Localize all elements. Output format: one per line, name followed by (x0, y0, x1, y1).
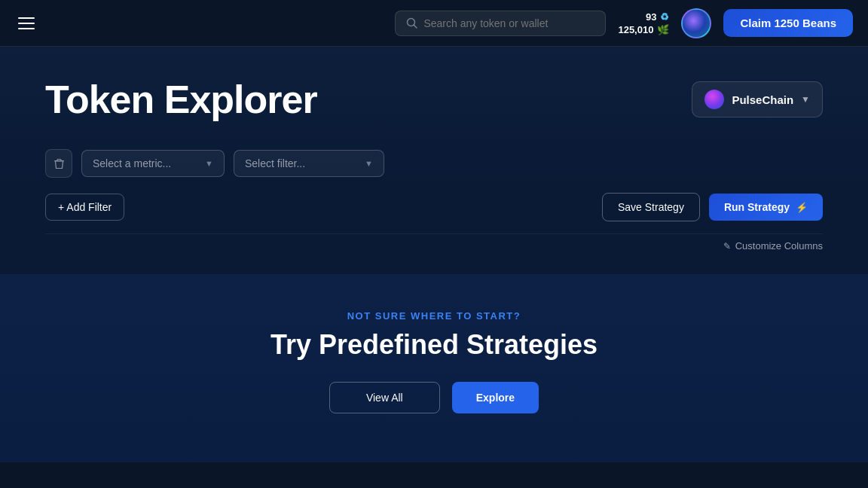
bottom-section: NOT SURE WHERE TO START? Try Predefined … (0, 274, 868, 462)
predefined-buttons: View All Explore (329, 382, 539, 413)
chain-selector-left: PulseChain (704, 90, 793, 109)
header-left (15, 14, 38, 32)
search-icon (406, 17, 417, 29)
run-strategy-button[interactable]: Run Strategy ⚡ (709, 194, 823, 221)
stat-count-row: 93 ♻ (646, 11, 669, 23)
claim-beans-button[interactable]: Claim 1250 Beans (723, 9, 853, 37)
explore-button[interactable]: Explore (452, 382, 539, 413)
svg-line-1 (414, 26, 417, 29)
svg-rect-2 (54, 160, 64, 162)
avatar[interactable] (681, 8, 711, 38)
add-filter-button[interactable]: + Add Filter (45, 194, 124, 221)
action-row: + Add Filter Save Strategy Run Strategy … (45, 193, 823, 221)
chain-logo-icon (704, 90, 724, 109)
view-all-button[interactable]: View All (329, 382, 440, 413)
customize-columns-button[interactable]: ✎ Customize Columns (723, 240, 823, 252)
stat-count: 93 (646, 11, 656, 23)
stats-area: 93 ♻ 125,010 🌿 (618, 11, 669, 35)
chain-name-label: PulseChain (732, 93, 793, 106)
page-title: Token Explorer (45, 77, 317, 122)
metric-placeholder: Select a metric... (93, 157, 171, 169)
recycle-icon: ♻ (660, 11, 669, 23)
header: 93 ♻ 125,010 🌿 Claim 1250 Beans (0, 0, 868, 47)
main-content: Token Explorer PulseChain ▼ Select a met… (0, 47, 868, 274)
predefined-title: Try Predefined Strategies (270, 329, 598, 361)
delete-filter-button[interactable] (45, 149, 72, 178)
save-strategy-button[interactable]: Save Strategy (602, 193, 700, 221)
page-header: Token Explorer PulseChain ▼ (45, 77, 823, 122)
run-strategy-label: Run Strategy (724, 201, 790, 213)
leaf-icon: 🌿 (657, 24, 669, 35)
action-buttons: Save Strategy Run Strategy ⚡ (602, 193, 823, 221)
search-input[interactable] (423, 17, 594, 29)
hamburger-menu-button[interactable] (15, 14, 38, 32)
customize-row: ✎ Customize Columns (45, 233, 823, 252)
stat-points-row: 125,010 🌿 (618, 24, 669, 35)
not-sure-label: NOT SURE WHERE TO START? (347, 310, 521, 322)
filter-row: Select a metric... ▼ Select filter... ▼ (45, 149, 823, 178)
avatar-image (683, 10, 710, 37)
metric-dropdown[interactable]: Select a metric... ▼ (81, 150, 225, 177)
stat-points: 125,010 (618, 24, 653, 35)
metric-chevron-icon: ▼ (205, 159, 213, 168)
filter-placeholder: Select filter... (245, 157, 305, 169)
chevron-down-icon: ▼ (801, 94, 810, 105)
chain-selector-dropdown[interactable]: PulseChain ▼ (692, 81, 823, 117)
header-right: 93 ♻ 125,010 🌿 Claim 1250 Beans (395, 8, 853, 38)
edit-icon: ✎ (723, 241, 731, 252)
filter-chevron-icon: ▼ (365, 159, 373, 168)
filter-dropdown[interactable]: Select filter... ▼ (234, 150, 384, 177)
lightning-icon: ⚡ (796, 202, 808, 213)
trash-icon (53, 158, 65, 169)
customize-columns-label: Customize Columns (735, 240, 823, 252)
search-bar[interactable] (395, 11, 606, 36)
